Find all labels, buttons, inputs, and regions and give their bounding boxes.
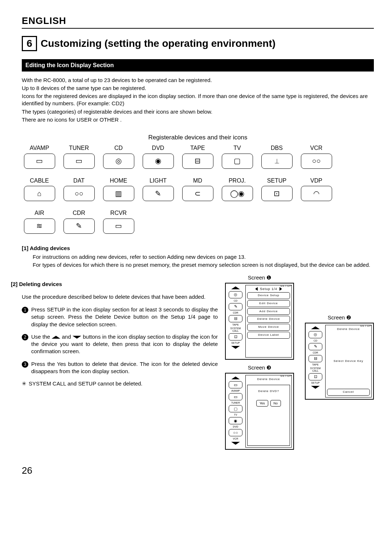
- side-device-icon[interactable]: ⊡: [309, 373, 322, 380]
- no-button[interactable]: No: [270, 400, 281, 407]
- device-icon-cell: VDP◠: [299, 177, 334, 201]
- screen3-tag: SETUP: [280, 374, 292, 378]
- sub1-line: For types of devices for which there is …: [33, 261, 374, 269]
- language-header: ENGLISH: [22, 15, 374, 27]
- side-device-icon[interactable]: ◎: [309, 331, 322, 338]
- note: ✳ SYSTEM CALL and SETUP cannot be delete…: [22, 380, 218, 387]
- menu-button[interactable]: Delete Device: [247, 316, 290, 323]
- device-icon-label: VDP: [299, 177, 334, 185]
- scroll-up-icon[interactable]: [227, 286, 244, 290]
- device-icon-cell: PROJ.◯◉: [220, 177, 255, 201]
- device-icon-label: DBS: [259, 144, 294, 152]
- side-device-icon[interactable]: ▭: [229, 381, 242, 388]
- step-number-icon: 2: [22, 334, 28, 340]
- scroll-up-icon[interactable]: [307, 326, 324, 330]
- step-item: 2 Use the and buttons in the icon displa…: [22, 333, 218, 355]
- side-device-icon[interactable]: ⊟: [309, 355, 322, 362]
- device-icon: ◎: [103, 154, 134, 169]
- step-text-part: Use the: [31, 334, 52, 340]
- device-icon-label: TUNER: [61, 144, 97, 152]
- side-device-label: SETUP: [231, 342, 240, 344]
- menu-button[interactable]: Edit Device: [247, 300, 290, 307]
- scroll-down-icon[interactable]: [227, 441, 244, 445]
- icons-caption: Registerable devices and their icons: [22, 134, 374, 142]
- side-device-label: SETUP: [311, 381, 319, 384]
- subsection-bar: Editing the Icon Display Section: [22, 59, 374, 72]
- cancel-button[interactable]: Cancel: [327, 389, 370, 396]
- device-icon-label: AIR: [22, 209, 57, 217]
- sub1-line: For instructions on adding new devices, …: [33, 253, 374, 261]
- yes-button[interactable]: Yes: [256, 400, 268, 407]
- device-icon: ⊂: [182, 186, 213, 201]
- step-number-icon: 1: [22, 307, 28, 313]
- note-mark-icon: ✳: [22, 380, 26, 387]
- scroll-down-icon[interactable]: [227, 345, 244, 350]
- device-icon-label: DAT: [61, 177, 97, 185]
- step-text: Press SETUP in the icon display section …: [31, 306, 218, 328]
- side-system-label: SYSTEM CALL: [227, 327, 244, 332]
- device-icon-label: LIGHT: [140, 177, 176, 185]
- scroll-down-icon[interactable]: [307, 385, 324, 389]
- device-icon-cell: LIGHT✎: [140, 177, 176, 201]
- side-device-icon[interactable]: ⊟: [229, 315, 242, 322]
- side-device-icon[interactable]: ○○: [229, 429, 242, 436]
- side-device-label: VCR: [233, 437, 238, 440]
- section-title-row: 6 Customizing (setting the operating env…: [22, 36, 374, 51]
- side-device-icon[interactable]: ✎: [309, 343, 322, 350]
- step-number-icon: 3: [22, 361, 28, 368]
- intro-line: Icons for the registered devices are dis…: [22, 93, 374, 107]
- side-device-icon[interactable]: ◎: [229, 291, 242, 298]
- screen1-tag: SETUP: [280, 284, 292, 288]
- side-device-icon[interactable]: ◉: [229, 417, 242, 424]
- intro-line: The types (categories) of registerable d…: [22, 108, 374, 115]
- step-text: Press the Yes button to delete that devi…: [31, 360, 218, 375]
- screen2: SETUP ◎CD✎CDR⊟TAPESYSTEM CALL⊡SETUP Dele…: [305, 323, 374, 400]
- device-icon: ⊟: [182, 154, 213, 169]
- step-list: 1 Press SETUP in the icon display sectio…: [22, 306, 218, 375]
- device-icon-label: VCR: [299, 144, 334, 152]
- device-icon: ▭: [103, 219, 134, 234]
- side-device-icon[interactable]: ▢: [229, 405, 242, 412]
- screen3-question: Delete DVD?: [250, 389, 287, 393]
- header-rule: [22, 28, 374, 29]
- sub1-heading: [1] Adding devices: [22, 245, 374, 252]
- side-device-label: TUNER: [231, 401, 240, 404]
- side-device-label: DVD: [233, 425, 238, 428]
- device-icon-cell: DAT○○: [61, 177, 97, 201]
- side-device-label: CDR: [233, 311, 238, 314]
- device-icon-cell: VCR○○: [299, 144, 334, 169]
- scroll-up-icon[interactable]: [227, 376, 244, 380]
- icon-grid: AVAMP▭TUNER▭CD◎DVD◉TAPE⊟TV▢DBS⟂VCR○○CABL…: [22, 144, 334, 234]
- device-icon-cell: TV▢: [220, 144, 255, 169]
- menu-button[interactable]: Device Label: [247, 332, 290, 339]
- note-text: SYSTEM CALL and SETUP cannot be deleted.: [29, 380, 143, 387]
- device-icon: ◉: [143, 154, 174, 169]
- menu-button[interactable]: Move Device: [247, 324, 290, 331]
- device-icon-cell: AIR≋: [22, 209, 57, 234]
- screen3: SETUP ▭AVAMP▭TUNER▢TV◉DVD○○VCR Delete De…: [225, 373, 294, 450]
- device-icon-label: DVD: [140, 144, 176, 152]
- device-icon-cell: CDR✎: [61, 209, 97, 234]
- device-icon: ▢: [222, 154, 253, 169]
- device-icon-cell: CABLE⌂: [22, 177, 57, 201]
- sub2-intro: Use the procedure described below to del…: [22, 293, 218, 301]
- side-device-icon[interactable]: ▭: [229, 393, 242, 400]
- side-system-label: SYSTEM CALL: [307, 367, 324, 372]
- device-icon: ▥: [103, 186, 134, 201]
- side-device-icon[interactable]: ✎: [229, 303, 242, 310]
- menu-button[interactable]: Device Setup: [247, 292, 290, 299]
- menu-button[interactable]: Add Device: [247, 308, 290, 315]
- side-device-label: TAPE: [232, 323, 239, 326]
- sub1-body: For instructions on adding new devices, …: [33, 253, 374, 269]
- step-text: Use the and buttons in the icon display …: [31, 333, 218, 355]
- side-device-icon[interactable]: ⊡: [229, 333, 242, 340]
- device-icon: ◯◉: [222, 186, 253, 201]
- device-icon: ≋: [24, 219, 55, 234]
- device-icon-cell: RCVR▭: [101, 209, 136, 234]
- device-icon: ○○: [64, 186, 95, 201]
- screen1-header-text: Setup 1/4: [260, 287, 277, 291]
- device-icon-label: CD: [101, 144, 136, 152]
- device-icon: ◠: [301, 186, 332, 201]
- section-title: Customizing (setting the operating envir…: [41, 37, 275, 50]
- sub2-heading: [2] Deleting devices: [11, 281, 218, 288]
